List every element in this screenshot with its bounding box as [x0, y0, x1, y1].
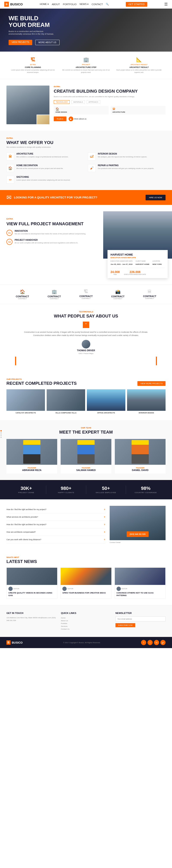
handover-desc: All our work complies with all existing … [15, 242, 78, 244]
nav-home[interactable]: HOME ▾ [40, 3, 49, 6]
nav-news[interactable]: NEWS ▾ [80, 3, 89, 6]
project-thumb-3: OFFICE ARCHITECTS [87, 389, 125, 414]
nav-links: HOME ▾ ABOUT PORTFOLIO NEWS ▾ CONTACT 🔍 [40, 3, 109, 6]
stats-row: 🏠 CONTRACT CONTRACT 🏢 CONTRACT CONTRACT … [0, 285, 172, 304]
hero-cta-button[interactable]: VIEW PROJECTS [9, 40, 32, 45]
footer-col-contact: GET IN TOUCH 123 Address Line Here City,… [6, 612, 57, 630]
stat-val-5: CONTRACT [143, 295, 156, 298]
offer-decoration: 🏠 HOME DECORATION We look at the overall… [6, 164, 84, 172]
service-desc-1: Lorem ipsum dolor sit amet consectetur a… [9, 69, 57, 73]
offer-sketching: ✏ SKETCHING Lorem ipsum dolor sit amet c… [6, 176, 84, 184]
navbar-logo[interactable]: B BUSICO [4, 2, 23, 7]
nav-contact[interactable]: CONTACT [92, 3, 103, 6]
team-name-2: SALMAN HAMED [63, 469, 109, 471]
news-headline-3[interactable]: CONVINCE OTHERS NOT TO USE SAAS PATTERNS [117, 592, 164, 597]
offer-sketching-title: SKETCHING [16, 176, 70, 178]
team-img-1 [6, 439, 57, 465]
counter-clients: 980+ HAPPY CLIENTS [46, 486, 86, 494]
googleplus-icon[interactable]: g+ [161, 640, 166, 645]
nav-portfolio[interactable]: PORTFOLIO [63, 3, 77, 6]
tab-approach[interactable]: APPROACH [87, 100, 100, 104]
footer-link-home[interactable]: Home [61, 617, 111, 619]
footer-links-list: Home About Us Portfolio Services Contact… [61, 617, 111, 630]
navbar: B BUSICO HOME ▾ ABOUT PORTFOLIO NEWS ▾ C… [0, 0, 172, 9]
nav-search[interactable]: 🔍 [106, 3, 109, 6]
news-headline-2[interactable]: OPEN YOUR BUSINESS FOR CREATIVE IDEAS [62, 592, 109, 594]
faq-left: How do I find the right architect for my… [6, 506, 105, 544]
footer-link-contact[interactable]: Contact Us [61, 628, 111, 630]
play-icon: ▶ [68, 117, 73, 121]
news-author-avatar-2 [62, 587, 67, 591]
faq-item-1[interactable]: How do I find the right architect for my… [6, 506, 105, 513]
news-img-1 [7, 568, 57, 585]
projects-header-text: OUR PROJECTS RECENT COMPLETED PROJECTS [6, 378, 77, 386]
news-meta-1: EDITOR [8, 587, 55, 591]
faq-q-4: How are architects compensated? + [6, 530, 105, 533]
linkedin-icon[interactable]: in [154, 640, 159, 645]
person-avatar-2 [77, 440, 94, 464]
stat-icon-2: 🏢 [48, 289, 61, 294]
footer-contact-info: 123 Address Line Here City, State 00000 … [6, 617, 57, 622]
facebook-icon[interactable]: f [141, 640, 146, 645]
faq-item-2[interactable]: What services do architects provide? + [6, 513, 105, 521]
team-name-1: ABRAHAM REZA [9, 469, 55, 471]
testimonial-prev-arrow[interactable] [15, 356, 16, 365]
footer-link-services[interactable]: Services [61, 625, 111, 628]
offer-header: EXTRA WHAT WE OFFER YOU We combine excel… [6, 137, 166, 148]
counters-section: 30K+ PROJECT DONE 980+ HAPPY CLIENTS 50+… [0, 480, 172, 499]
team-role-3: FOUNDER [117, 467, 163, 469]
faq-contact-detail: Contact Detail [110, 541, 166, 544]
team-section: OUR TEAM MEET THE EXPERT TEAM FOUNDER AB… [0, 420, 172, 480]
footer-link-about[interactable]: About Us [61, 619, 111, 622]
scroll-dot[interactable] [0, 432, 2, 434]
stat-icon-3: 🏗 [79, 289, 93, 294]
tab-materials[interactable]: MATERIALS [71, 100, 85, 104]
testimonial-next-arrow[interactable] [156, 356, 157, 365]
tab-technology[interactable]: TECHNOLOGY [54, 100, 70, 104]
hero-secondary-button[interactable]: MORE ABOUT US [35, 40, 60, 45]
home-design-label: HOME DESIGN [55, 111, 107, 113]
view-more-projects-button[interactable]: VIEW MORE PROJECTS [137, 381, 166, 386]
about-cta-button[interactable]: Explore [54, 117, 66, 121]
scroll-dot[interactable] [0, 434, 2, 436]
offer-interior-title: INTERIOR DESIGN [98, 153, 147, 155]
twitter-icon[interactable]: t [147, 640, 153, 645]
offer-interior-icon: 🛋 [88, 153, 96, 160]
scroll-dot[interactable] [0, 430, 2, 431]
project-card: HARVEST HOME EXECUTION HANDOVER DATE EXE… [108, 250, 168, 278]
offer-section: EXTRA WHAT WE OFFER YOU We combine excel… [0, 131, 172, 190]
project-label-4: INTERIOR DESIGN [127, 412, 166, 414]
project-stat-paid: 24.008 Paid [111, 270, 120, 275]
about-more-link[interactable]: ▶ More about us [68, 117, 87, 121]
faq-phone-number[interactable]: (923) 348 291 529 [126, 531, 149, 537]
cta-hire-button[interactable]: HIRE US NOW [146, 195, 166, 200]
project-feature-innovation: 01 INNOVATION We are committed to develo… [6, 230, 97, 236]
project-thumb-1: CATALYST ARCHITECTS [6, 389, 45, 414]
faq-item-3[interactable]: How do I find the right architect for my… [6, 521, 105, 528]
nav-cta-button[interactable]: GET STARTED [126, 2, 147, 7]
home-design-icon: 🏠 [55, 107, 107, 111]
newsletter-email-input[interactable] [115, 617, 166, 621]
news-img-2 [61, 568, 111, 585]
footer-link-portfolio[interactable]: Portfolio [61, 622, 111, 625]
logo-text: BUSICO [10, 2, 23, 6]
newsletter-subscribe-button[interactable]: SUBSCRIBE NOW [115, 623, 135, 627]
cta-text: LOOKING FOR A QUALITY ARCHITECT FOR YOUR… [14, 196, 97, 199]
faq-item-4[interactable]: How are architects compensated? + [6, 528, 105, 536]
faq-item-5[interactable]: Can you work with clients long distance?… [6, 536, 105, 544]
nav-about[interactable]: ABOUT [52, 3, 60, 6]
team-grid: FOUNDER ABRAHAM REZA FOUNDER SALMAN HAME… [6, 439, 166, 473]
service-tag-1: EXTRA [9, 64, 57, 66]
scroll-dot[interactable] [0, 437, 2, 438]
project-img-2 [47, 389, 85, 411]
recent-projects-section: OUR PROJECTS RECENT COMPLETED PROJECTS V… [0, 372, 172, 420]
team-title: MEET THE EXPERT TEAM [6, 430, 166, 435]
team-body-1: FOUNDER ABRAHAM REZA [6, 465, 57, 473]
offer-repair: 🖌 REPAIR & PAINTING Our products and ser… [88, 164, 166, 172]
team-img-2 [61, 439, 111, 465]
news-headline-1[interactable]: CREATE QUALITY VIDEOS IN SECONDS USING G… [8, 592, 55, 597]
about-section: EXTRA CREATIVE BUILDING DESIGN COMPANY B… [0, 79, 172, 131]
author-avatar [82, 340, 90, 348]
testimonial-tag: TESTIMONIALS [6, 311, 166, 313]
hamburger-icon[interactable]: ☰ [164, 2, 168, 7]
